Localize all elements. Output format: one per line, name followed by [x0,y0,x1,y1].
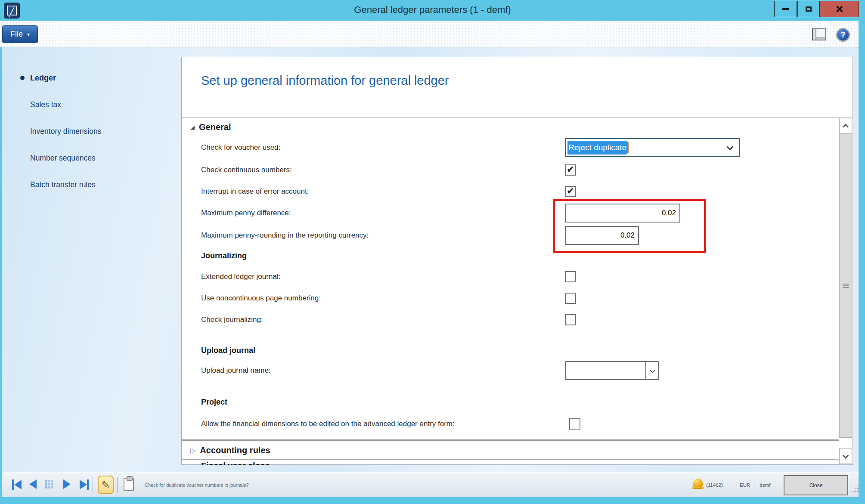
scrollbar-thumb[interactable] [839,134,852,438]
previous-record-button[interactable] [29,479,37,489]
previous-record-icon [29,479,37,489]
field-label: Check for voucher used: [201,143,565,152]
row-penny-rounding: Maximum penny-rounding in the reporting … [201,226,821,245]
close-form-button[interactable]: Close [784,475,848,495]
field-label: Check continuous numbers: [201,166,565,174]
maximize-button[interactable] [797,1,819,17]
row-upload-journal-name: Upload journal name: [201,361,821,380]
go-to-first-button[interactable] [12,479,22,490]
status-bar: ✎ Check for duplicate voucher numbers in… [2,472,859,497]
row-penny-difference: Maximum penny difference: [201,204,821,223]
extended-journal-checkbox[interactable] [565,271,576,282]
field-label: Interrupt in case of error account: [201,187,565,196]
penny-rounding-input[interactable] [565,226,639,245]
chevron-down-icon [650,368,655,373]
window-layout-icon[interactable] [812,28,826,40]
sidebar-item-sales-tax[interactable]: Sales tax [30,99,61,110]
scroll-down-button[interactable] [839,448,852,464]
app-window: General ledger parameters (1 - demf) Fil… [0,0,865,504]
expander-expanded-icon: ◢ [190,124,195,130]
edit-record-button[interactable]: ✎ [98,476,114,494]
scrollbar-grip-icon [843,284,849,288]
chevron-up-icon [843,124,849,130]
row-check-journalizing: Check journalizing: [201,310,821,329]
dropdown-divider [645,362,646,379]
expander-collapsed-icon: ▷ [190,446,195,455]
toolbar: File ▾ ? [0,21,859,47]
main-area: Ledger Sales tax Inventory dimensions Nu… [2,47,859,472]
file-menu-button[interactable]: File ▾ [2,25,38,43]
sidebar-item-number-sequences[interactable]: Number sequences [30,152,96,164]
sidebar-item-inventory-dimensions[interactable]: Inventory dimensions [30,126,101,137]
field-label: Upload journal name: [201,366,565,375]
first-record-icon [14,480,22,489]
chevron-down-icon [843,452,849,458]
text-cursor [627,142,629,153]
separator [734,477,734,493]
separator [686,477,686,493]
maximize-icon [806,6,812,12]
paste-icon[interactable] [124,478,134,491]
row-continuous-numbers: Check continuous numbers: ✔ [201,161,821,179]
interrupt-error-checkbox[interactable]: ✔ [565,186,576,197]
layout-icon-bar [816,37,825,40]
continuous-numbers-checkbox[interactable]: ✔ [565,164,576,176]
next-record-button[interactable] [63,479,71,489]
field-label: Maximum penny difference: [201,209,565,217]
field-label: Maximum penny-rounding in the reporting … [201,231,565,240]
divider [182,117,853,118]
separator [117,477,118,493]
subsection-project: Project [201,396,227,408]
sidebar-item-label: Inventory dimensions [30,127,101,136]
close-icon [835,5,843,13]
vertical-scrollbar[interactable] [839,118,852,464]
upload-journal-name-dropdown[interactable] [565,361,659,380]
section-title: Accounting rules [200,445,270,455]
minimize-button[interactable] [774,1,797,17]
section-header-clipped[interactable]: Fiscal year close [201,461,270,465]
window-title: General ledger parameters (1 - demf) [0,4,865,15]
chevron-down-icon: ▾ [27,31,30,37]
content-panel: Set up general information for general l… [181,57,853,465]
sidebar-item-ledger[interactable]: Ledger [30,72,56,83]
status-help-text: Check for duplicate voucher numbers in j… [145,472,249,498]
dropdown-selected-value: Reject duplicate [567,141,627,155]
layout-icon-col [813,29,816,40]
minimize-icon [782,8,789,10]
next-record-icon [63,479,71,489]
company-indicator: demf [760,472,771,498]
noncontinuous-paging-checkbox[interactable] [565,293,576,304]
field-label: Use noncontinuous page numbering: [201,294,565,303]
subsection-upload-journal: Upload journal [201,344,255,357]
close-button[interactable] [819,1,859,17]
divider [182,439,839,441]
notification-count: (11462) [706,472,723,498]
field-label: Allow the financial dimensions to be edi… [201,420,569,428]
separator [754,477,754,493]
row-extended-journal: Extended ledger journal: [201,267,821,286]
active-bullet-icon [20,76,25,80]
scroll-up-button[interactable] [839,118,852,134]
row-noncontinuous-paging: Use noncontinuous page numbering: [201,289,821,308]
checkmark-icon: ✔ [567,186,574,196]
voucher-used-dropdown[interactable]: Reject duplicate [565,138,740,157]
go-to-last-button[interactable] [80,479,89,490]
sidebar-item-label: Batch transfer rules [30,180,96,189]
separator [93,477,93,493]
sidebar-item-batch-transfer-rules[interactable]: Batch transfer rules [30,179,96,190]
checkmark-icon: ✔ [567,164,574,175]
field-label: Check journalizing: [201,315,565,324]
page-title: Set up general information for general l… [201,74,449,88]
resize-grip[interactable] [851,484,859,493]
help-icon[interactable]: ? [836,28,850,42]
check-journalizing-checkbox[interactable] [565,314,576,325]
grid-view-button[interactable] [45,480,53,489]
allow-dimensions-checkbox[interactable] [569,418,580,430]
row-interrupt-error: Interrupt in case of error account: ✔ [201,182,821,201]
section-header-general[interactable]: ◢ General [190,120,231,134]
notifications-bell-icon[interactable] [693,479,703,487]
row-allow-dimensions: Allow the financial dimensions to be edi… [201,414,821,433]
penny-difference-input[interactable] [565,204,680,223]
row-check-voucher: Check for voucher used: Reject duplicate [201,138,821,157]
section-header-accounting-rules[interactable]: ▷ Accounting rules [190,443,270,458]
